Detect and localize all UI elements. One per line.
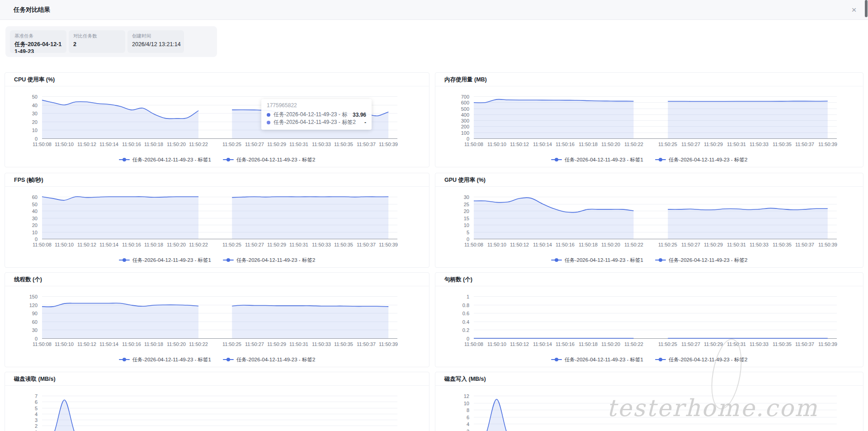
summary-base-task: 基准任务 任务-2026-04-12-11-49-23 — [10, 30, 66, 53]
x-tick-label: 11:50:14 — [533, 142, 552, 147]
y-tick-label: 0.2 — [462, 327, 469, 333]
legend-item[interactable]: 任务-2026-04-12-11-49-23 - 标签1 — [119, 257, 211, 264]
series-dot-icon — [267, 121, 270, 124]
x-tick-label: 11:50:20 — [167, 242, 186, 247]
x-tick-label: 11:50:12 — [77, 242, 96, 247]
x-tick-label: 11:50:33 — [750, 341, 769, 347]
y-tick-label: 6 — [467, 415, 469, 420]
y-tick-label: 6 — [35, 399, 38, 405]
legend-item[interactable]: 任务-2026-04-12-11-49-23 - 标签1 — [119, 156, 211, 163]
legend-item[interactable]: 任务-2026-04-12-11-49-23 - 标签2 — [223, 356, 315, 363]
x-tick-label: 11:50:08 — [464, 242, 483, 247]
y-tick-label: 0 — [467, 136, 469, 142]
chart-card-disk-write: 磁盘写入 (MB/s) 02468101211:50:0811:50:1011:… — [435, 372, 863, 431]
x-tick-label: 11:50:20 — [601, 341, 620, 347]
scrollbar-thumb[interactable] — [865, 0, 868, 17]
y-tick-label: 50 — [32, 202, 38, 207]
close-icon[interactable]: × — [847, 0, 861, 20]
legend-label: 任务-2026-04-12-11-49-23 - 标签1 — [132, 257, 211, 264]
x-tick-label: 11:50:29 — [267, 341, 286, 347]
chart-title: 内存使用量 (MB) — [435, 73, 863, 86]
x-tick-label: 11:50:18 — [579, 242, 598, 247]
chart-card-memory: 内存使用量 (MB) 010020030040050060070011:50:0… — [435, 72, 863, 167]
summary-value: 任务-2026-04-12-11-49-23 — [14, 41, 62, 53]
y-tick-label: 15 — [464, 216, 469, 221]
chart-card-handles: 句柄数 (个) 00.20.40.60.8111:50:0811:50:1011… — [435, 272, 863, 367]
x-tick-label: 11:50:16 — [556, 142, 575, 147]
x-tick-label: 11:50:35 — [773, 142, 792, 147]
chart-title: CPU 使用率 (%) — [5, 73, 429, 86]
summary-label: 对比任务数 — [73, 33, 121, 39]
legend-item[interactable]: 任务-2026-04-12-11-49-23 - 标签1 — [551, 356, 643, 363]
tooltip-row: 任务-2026-04-12-11-49-23 - 标签1 33.96 — [267, 111, 366, 118]
legend-label: 任务-2026-04-12-11-49-23 - 标签2 — [669, 356, 747, 363]
x-tick-label: 11:50:14 — [533, 341, 552, 347]
y-tick-label: 150 — [29, 294, 38, 299]
legend-line-dot-icon — [119, 258, 130, 262]
x-tick-label: 11:50:08 — [33, 242, 52, 247]
y-tick-label: 20 — [32, 119, 38, 125]
y-tick-label: 500 — [461, 106, 469, 112]
tooltip-series-name: 任务-2026-04-12-11-49-23 - 标签1 — [274, 111, 347, 118]
handles-line-chart[interactable]: 00.20.40.60.8111:50:0811:50:1011:50:1211… — [435, 286, 862, 354]
series-area — [668, 208, 828, 239]
x-tick-label: 11:50:35 — [334, 142, 353, 147]
legend-line-dot-icon — [223, 258, 234, 262]
x-tick-label: 11:50:25 — [222, 341, 241, 347]
x-tick-label: 11:50:35 — [773, 341, 792, 347]
legend-item[interactable]: 任务-2026-04-12-11-49-23 - 标签2 — [655, 156, 747, 163]
legend-item[interactable]: 任务-2026-04-12-11-49-23 - 标签1 — [551, 156, 643, 163]
x-tick-label: 11:50:22 — [189, 142, 208, 147]
memory-line-chart[interactable]: 010020030040050060070011:50:0811:50:1011… — [435, 86, 862, 154]
x-tick-label: 11:50:33 — [312, 142, 331, 147]
y-tick-label: 60 — [32, 194, 38, 200]
legend-item[interactable]: 任务-2026-04-12-11-49-23 - 标签2 — [223, 156, 315, 163]
y-tick-label: 0 — [467, 237, 469, 242]
x-tick-label: 11:50:08 — [33, 341, 52, 347]
legend-line-dot-icon — [119, 358, 130, 362]
y-tick-label: 10 — [464, 401, 469, 406]
x-tick-label: 11:50:18 — [144, 142, 163, 147]
x-tick-label: 11:50:12 — [77, 142, 96, 147]
y-tick-label: 50 — [32, 94, 38, 99]
x-tick-label: 11:50:18 — [579, 142, 598, 147]
summary-compare-count: 对比任务数 2 — [69, 30, 125, 53]
x-tick-label: 11:50:31 — [727, 142, 746, 147]
fps-line-chart[interactable]: 010203040506011:50:0811:50:1011:50:1211:… — [5, 187, 428, 255]
legend-item[interactable]: 任务-2026-04-12-11-49-23 - 标签2 — [223, 257, 315, 264]
page-title: 任务对比结果 — [14, 0, 50, 20]
legend-label: 任务-2026-04-12-11-49-23 - 标签1 — [132, 156, 211, 163]
disk-write-line-chart[interactable]: 02468101211:50:0811:50:1011:50:1211:50:1… — [435, 386, 862, 431]
x-tick-label: 11:50:29 — [704, 341, 723, 347]
x-tick-label: 11:50:27 — [681, 341, 700, 347]
chart-card-disk-read: 磁盘读取 (MB/s) 0123456711:50:0811:50:1011:5… — [5, 372, 429, 431]
x-tick-label: 11:50:33 — [312, 341, 331, 347]
x-tick-label: 11:50:33 — [750, 142, 769, 147]
legend-item[interactable]: 任务-2026-04-12-11-49-23 - 标签2 — [655, 257, 747, 264]
summary-label: 创建时间 — [132, 33, 179, 39]
x-tick-label: 11:50:10 — [55, 142, 74, 147]
x-tick-label: 11:50:27 — [245, 242, 264, 247]
disk-read-line-chart[interactable]: 0123456711:50:0811:50:1011:50:1211:50:14… — [5, 386, 428, 431]
x-tick-label: 11:50:25 — [658, 341, 677, 347]
x-tick-label: 11:50:10 — [487, 341, 506, 347]
x-tick-label: 11:50:18 — [144, 341, 163, 347]
y-tick-label: 4 — [35, 412, 38, 417]
x-tick-label: 11:50:20 — [601, 142, 620, 147]
x-tick-label: 11:50:29 — [267, 142, 286, 147]
gpu-line-chart[interactable]: 05101520253011:50:0811:50:1011:50:1211:5… — [435, 187, 862, 255]
x-tick-label: 11:50:14 — [99, 242, 118, 247]
x-tick-label: 11:50:29 — [704, 242, 723, 247]
legend-label: 任务-2026-04-12-11-49-23 - 标签1 — [565, 257, 643, 264]
y-tick-label: 2 — [35, 423, 38, 429]
legend-item[interactable]: 任务-2026-04-12-11-49-23 - 标签2 — [655, 356, 747, 363]
chart-legend: 任务-2026-04-12-11-49-23 - 标签1任务-2026-04-1… — [435, 256, 863, 265]
legend-label: 任务-2026-04-12-11-49-23 - 标签2 — [669, 156, 747, 163]
threads-line-chart[interactable]: 030609012015011:50:0811:50:1011:50:1211:… — [5, 286, 428, 354]
legend-item[interactable]: 任务-2026-04-12-11-49-23 - 标签1 — [119, 356, 211, 363]
legend-item[interactable]: 任务-2026-04-12-11-49-23 - 标签1 — [551, 257, 643, 264]
y-tick-label: 5 — [35, 406, 38, 411]
x-tick-label: 11:50:27 — [681, 142, 700, 147]
chart-legend: 任务-2026-04-12-11-49-23 - 标签1任务-2026-04-1… — [435, 155, 863, 164]
chart-card-threads: 线程数 (个) 030609012015011:50:0811:50:1011:… — [5, 272, 429, 367]
